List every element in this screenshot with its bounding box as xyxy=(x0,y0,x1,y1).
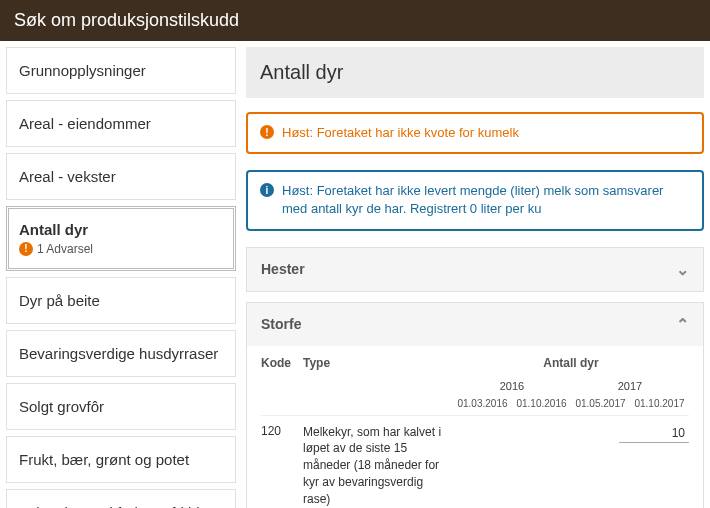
accordion-body-storfe: Kode Type Antall dyr 2016 2017 01.03.201… xyxy=(247,346,703,508)
value-input[interactable]: 10 xyxy=(619,424,689,443)
chevron-up-icon: ⌃ xyxy=(676,315,689,334)
cell-type: Melkekyr, som har kalvet i løpet av de s… xyxy=(303,424,453,508)
sidebar-item-warning: ! 1 Advarsel xyxy=(19,242,223,256)
sidebar-item-label: Frukt, bær, grønt og potet xyxy=(19,451,223,468)
info-icon: i xyxy=(260,183,274,197)
main-content: Antall dyr ! Høst: Foretaket har ikke kv… xyxy=(240,41,710,508)
col-header-antall: Antall dyr xyxy=(453,356,689,370)
chevron-down-icon: ⌄ xyxy=(676,260,689,279)
accordion-hester: Hester ⌄ xyxy=(246,247,704,292)
app-header: Søk om produksjonstilskudd xyxy=(0,0,710,41)
page-title: Antall dyr xyxy=(260,61,690,84)
date-cell: 01.10.2016 xyxy=(512,398,571,409)
sidebar-item-label: Areal - vekster xyxy=(19,168,223,185)
date-cell: 01.10.2017 xyxy=(630,398,689,409)
accordion-header-hester[interactable]: Hester ⌄ xyxy=(247,248,703,291)
table-header-row: Kode Type Antall dyr xyxy=(261,356,689,376)
accordion-title: Hester xyxy=(261,261,305,277)
sidebar-item-grunnopplysninger[interactable]: Grunnopplysninger xyxy=(6,47,236,94)
sidebar-item-bevaringsverdige[interactable]: Bevaringsverdige husdyrraser xyxy=(6,330,236,377)
sidebar-item-label: Avløsning ved ferie og fritid xyxy=(19,504,223,508)
sidebar-item-label: Antall dyr xyxy=(19,221,223,238)
sidebar-item-antall-dyr[interactable]: Antall dyr ! 1 Advarsel xyxy=(6,206,236,271)
sidebar-item-dyr-pa-beite[interactable]: Dyr på beite xyxy=(6,277,236,324)
alert-text: Høst: Foretaket har ikke levert mengde (… xyxy=(282,182,690,218)
cell-kode: 120 xyxy=(261,424,303,438)
sidebar: Grunnopplysninger Areal - eiendommer Are… xyxy=(0,41,240,508)
sidebar-item-frukt-baer[interactable]: Frukt, bær, grønt og potet xyxy=(6,436,236,483)
alert-warning: ! Høst: Foretaket har ikke kvote for kum… xyxy=(246,112,704,154)
sidebar-item-solgt-grovfor[interactable]: Solgt grovfôr xyxy=(6,383,236,430)
warning-icon: ! xyxy=(19,242,33,256)
main-body: ! Høst: Foretaket har ikke kvote for kum… xyxy=(246,98,704,508)
layout: Grunnopplysninger Areal - eiendommer Are… xyxy=(0,41,710,508)
date-cell: 01.05.2017 xyxy=(571,398,630,409)
date-cell: 01.03.2016 xyxy=(453,398,512,409)
warning-icon: ! xyxy=(260,125,274,139)
sidebar-item-areal-eiendommer[interactable]: Areal - eiendommer xyxy=(6,100,236,147)
sidebar-item-label: Solgt grovfôr xyxy=(19,398,223,415)
table-row: 120 Melkekyr, som har kalvet i løpet av … xyxy=(261,416,689,508)
app-title: Søk om produksjonstilskudd xyxy=(14,10,239,30)
year-cell: 2017 xyxy=(571,380,689,392)
page-title-box: Antall dyr xyxy=(246,47,704,98)
accordion-title: Storfe xyxy=(261,316,301,332)
spacer xyxy=(261,398,453,409)
table-date-row: 01.03.2016 01.10.2016 01.05.2017 01.10.2… xyxy=(261,396,689,416)
sidebar-item-label: Grunnopplysninger xyxy=(19,62,223,79)
year-cell: 2016 xyxy=(453,380,571,392)
sidebar-item-label: Dyr på beite xyxy=(19,292,223,309)
alert-text: Høst: Foretaket har ikke kvote for kumel… xyxy=(282,124,519,142)
accordion-storfe: Storfe ⌃ Kode Type Antall dyr 2016 2017 xyxy=(246,302,704,508)
col-header-type: Type xyxy=(303,356,453,370)
accordion-header-storfe[interactable]: Storfe ⌃ xyxy=(247,303,703,346)
spacer xyxy=(261,380,453,392)
col-header-kode: Kode xyxy=(261,356,303,370)
table-year-row: 2016 2017 xyxy=(261,376,689,396)
sidebar-item-areal-vekster[interactable]: Areal - vekster xyxy=(6,153,236,200)
sidebar-item-label: Areal - eiendommer xyxy=(19,115,223,132)
alert-info: i Høst: Foretaket har ikke levert mengde… xyxy=(246,170,704,230)
sidebar-item-avlosning[interactable]: Avløsning ved ferie og fritid xyxy=(6,489,236,508)
warning-count-text: 1 Advarsel xyxy=(37,242,93,256)
sidebar-item-label: Bevaringsverdige husdyrraser xyxy=(19,345,223,362)
